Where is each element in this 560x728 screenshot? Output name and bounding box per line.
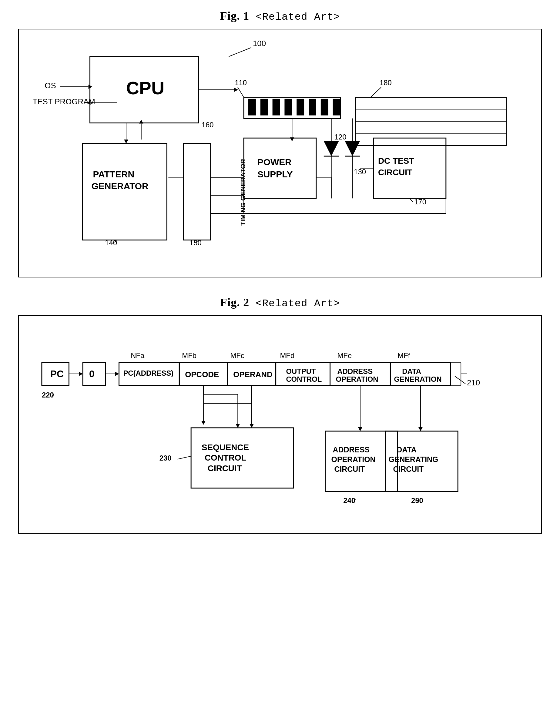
data-gen-circ-label1: DATA	[397, 445, 416, 454]
label-120: 120	[334, 133, 347, 141]
fig1-diagram: 100 CPU 160 OS TEST PROGRAM PATTERN GENE…	[18, 29, 542, 277]
svg-line-26	[371, 87, 381, 97]
dc-test-label1: DC TEST	[378, 156, 414, 166]
addr-op-circ-label1: ADDRESS	[333, 445, 370, 454]
label-140: 140	[105, 239, 117, 247]
label-240: 240	[343, 496, 355, 505]
mff-label: MFf	[397, 351, 410, 360]
diode-130-triangle	[345, 141, 360, 156]
svg-line-73	[177, 456, 191, 459]
mfc-label: MFc	[230, 351, 244, 360]
pc-arrow	[79, 372, 83, 376]
svg-line-0	[229, 48, 251, 57]
addr-op-label2: OPERATION	[336, 375, 378, 383]
pc-address-label: PC(ADDRESS)	[123, 369, 173, 377]
mfd-label: MFd	[280, 351, 295, 360]
label-170: 170	[414, 198, 426, 206]
label-220: 220	[42, 391, 54, 399]
mfe-label: MFe	[337, 351, 352, 360]
label-100: 100	[253, 39, 266, 48]
timing-label: TIMING GENERATOR	[239, 159, 247, 226]
svg-rect-25	[333, 99, 340, 116]
seq-ctrl-label1: SEQUENCE	[202, 443, 249, 452]
output-ctrl-label2: CONTROL	[286, 375, 322, 383]
pc-label: PC	[50, 368, 64, 379]
svg-rect-7	[82, 143, 167, 240]
pg-up-arrow	[139, 120, 143, 124]
svg-line-16	[238, 87, 244, 97]
label-160: 160	[202, 121, 214, 129]
power-label1: POWER	[257, 157, 292, 167]
svg-rect-24	[321, 99, 328, 116]
svg-rect-20	[273, 99, 280, 116]
fig2-diagram: 210 PC 220 0 NFa PC(ADDRESS) MFb OPCODE …	[18, 315, 542, 534]
diode-120-triangle	[324, 141, 339, 156]
label-210: 210	[467, 378, 480, 387]
zero-arrow	[115, 372, 119, 376]
seq-ctrl-label2: CONTROL	[205, 453, 246, 462]
svg-rect-18	[248, 99, 256, 116]
test-program-label: TEST PROGRAM	[33, 97, 95, 106]
output-ctrl-label1: OUTPUT	[286, 367, 316, 375]
svg-line-47	[455, 376, 465, 384]
dc-test-label2: CIRCUIT	[378, 168, 412, 177]
label-130: 130	[354, 168, 366, 176]
conn-ps-arrow	[290, 137, 294, 141]
os-label: OS	[45, 81, 56, 90]
cpu-right-arrow	[234, 88, 238, 92]
label-110: 110	[235, 79, 247, 87]
svg-rect-22	[297, 99, 304, 116]
nfa-label: NFa	[131, 351, 145, 360]
zero-label: 0	[89, 368, 95, 379]
label-150: 150	[189, 239, 202, 247]
addr-op-down-arrow	[358, 427, 362, 431]
opcode-down-arrow	[201, 421, 206, 425]
cpu-label: CPU	[126, 78, 164, 98]
svg-rect-9	[183, 143, 211, 240]
svg-rect-23	[309, 99, 316, 116]
data-gen-circ-label3: CIRCUIT	[393, 465, 424, 473]
fig2-title: Fig. 2 <Related Art>	[18, 296, 542, 309]
addr-op-label1: ADDRESS	[337, 367, 373, 375]
opcode-label: OPCODE	[185, 370, 219, 379]
addr-op-circ-label3: CIRCUIT	[334, 465, 365, 473]
label-250: 250	[411, 496, 423, 505]
mfb-label: MFb	[182, 351, 196, 360]
power-label2: SUPPLY	[257, 169, 293, 179]
fig1-title: Fig. 1 <Related Art>	[18, 9, 542, 23]
addr-op-circ-label2: OPERATION	[331, 455, 376, 464]
svg-rect-21	[284, 99, 292, 116]
label-180: 180	[380, 79, 392, 87]
svg-rect-19	[260, 99, 268, 116]
label-230: 230	[159, 454, 172, 462]
data-gen-down-arrow	[418, 427, 423, 431]
data-gen-label1: DATA	[402, 367, 421, 375]
pattern-label1: PATTERN	[93, 169, 135, 179]
pattern-label2: GENERATOR	[92, 181, 149, 191]
operand-label: OPERAND	[233, 370, 272, 379]
arrow-to-seq2	[250, 424, 254, 428]
svg-line-37	[410, 198, 413, 202]
data-gen-label2: GENERATION	[394, 375, 441, 383]
svg-rect-31	[244, 138, 316, 198]
cpu-down-arrow	[124, 139, 128, 143]
data-gen-circ-label2: GENERATING	[389, 455, 438, 464]
arrow-to-seq1	[236, 424, 240, 428]
seq-ctrl-label3: CIRCUIT	[208, 464, 242, 473]
